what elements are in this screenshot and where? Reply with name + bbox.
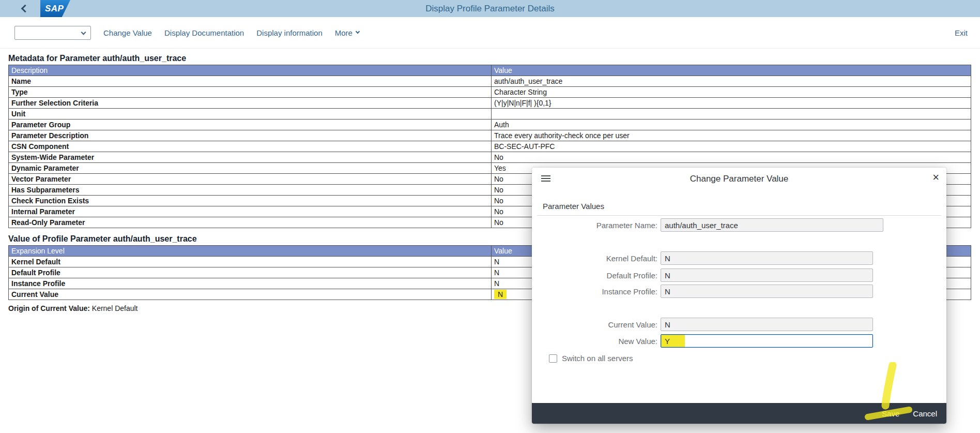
metadata-section-title: Metadata for Parameter auth/auth_user_tr… — [8, 54, 971, 63]
parameter-name-row: Parameter Name: — [532, 218, 946, 232]
parameter-name-label: Parameter Name: — [532, 221, 657, 230]
table-header-row: Description Value — [9, 65, 971, 76]
row-label-cell: Name — [9, 76, 492, 87]
section-divider — [537, 215, 941, 216]
new-value-label: New Value: — [532, 337, 657, 346]
exit-button[interactable]: Exit — [955, 28, 968, 37]
row-value-cell: Auth — [492, 120, 971, 130]
sap-logo: SAP — [40, 0, 70, 17]
row-label-cell: Internal Parameter — [9, 206, 492, 217]
close-icon[interactable]: × — [932, 172, 939, 183]
column-header-description: Description — [9, 65, 492, 76]
kernel-default-label: Kernel Default: — [532, 254, 657, 263]
row-value-cell: No — [492, 152, 971, 163]
table-row: TypeCharacter String — [9, 87, 971, 98]
table-row: Nameauth/auth_user_trace — [9, 76, 971, 87]
table-row: Parameter GroupAuth — [9, 120, 971, 130]
row-label-cell: Read-Only Parameter — [9, 217, 492, 228]
chevron-down-icon — [81, 29, 86, 35]
row-label-cell: Parameter Description — [9, 130, 492, 141]
default-profile-field — [661, 268, 873, 282]
origin-value: Kernel Default — [92, 304, 138, 312]
row-label-cell: Vector Parameter — [9, 174, 492, 185]
table-row: Further Selection Criteria(Y|y|N|n|F|f| … — [9, 98, 971, 109]
new-value-row: New Value: — [532, 334, 946, 348]
table-row: Unit — [9, 109, 971, 120]
dialog-footer: Save Cancel — [532, 403, 946, 424]
default-profile-row: Default Profile: — [532, 268, 946, 282]
row-label-cell: Has Subparameters — [9, 185, 492, 196]
row-value-cell — [492, 109, 971, 120]
chevron-down-icon — [356, 29, 360, 34]
row-label-cell: CSN Component — [9, 141, 492, 152]
table-row: System-Wide ParameterNo — [9, 152, 971, 163]
app-header: SAP Display Profile Parameter Details — [0, 0, 980, 17]
display-information-button[interactable]: Display information — [256, 28, 323, 37]
current-value-label: Current Value: — [532, 320, 657, 329]
parameter-values-section-title: Parameter Values — [543, 202, 604, 211]
row-value-cell: (Y|y|N|n|F|f| ){0,1} — [492, 98, 971, 109]
current-value-field — [661, 318, 873, 331]
dialog-title: Change Parameter Value — [532, 168, 946, 190]
kernel-default-row: Kernel Default: — [532, 251, 946, 265]
row-label-cell: Type — [9, 87, 492, 98]
origin-label: Origin of Current Value: — [8, 304, 90, 312]
row-label-cell: Current Value — [9, 289, 492, 300]
row-label-cell: Check Function Exists — [9, 196, 492, 206]
instance-profile-row: Instance Profile: — [532, 285, 946, 298]
kernel-default-field — [661, 251, 873, 265]
row-label-cell: Dynamic Parameter — [9, 163, 492, 174]
row-label-cell: Instance Profile — [9, 278, 492, 289]
default-profile-label: Default Profile: — [532, 271, 657, 280]
switch-all-servers-label: Switch on all servers — [562, 354, 633, 363]
row-value-cell: Character String — [492, 87, 971, 98]
row-value-cell: Trace every authority-check once per use… — [492, 130, 971, 141]
cancel-button[interactable]: Cancel — [913, 409, 937, 418]
table-row: Parameter DescriptionTrace every authori… — [9, 130, 971, 141]
page-title: Display Profile Parameter Details — [425, 0, 554, 17]
column-header-value: Value — [492, 65, 971, 76]
current-value-row: Current Value: — [532, 318, 946, 331]
instance-profile-label: Instance Profile: — [532, 287, 657, 296]
change-value-button[interactable]: Change Value — [103, 28, 152, 37]
row-value-cell: BC-SEC-AUT-PFC — [492, 141, 971, 152]
switch-all-servers-checkbox[interactable] — [549, 354, 557, 363]
layout-dropdown[interactable] — [14, 26, 91, 40]
instance-profile-field — [661, 285, 873, 298]
switch-all-servers-row: Switch on all servers — [549, 354, 633, 363]
more-button-label: More — [335, 28, 353, 37]
row-label-cell: Unit — [9, 109, 492, 120]
parameter-name-field — [661, 218, 883, 232]
back-button[interactable] — [19, 4, 32, 14]
chevron-left-icon — [21, 5, 29, 13]
current-value-highlight: N — [494, 290, 507, 299]
table-row: CSN ComponentBC-SEC-AUT-PFC — [9, 141, 971, 152]
save-button[interactable]: Save — [882, 409, 899, 418]
row-label-cell: Further Selection Criteria — [9, 98, 492, 109]
new-value-input[interactable] — [661, 334, 873, 348]
row-label-cell: System-Wide Parameter — [9, 152, 492, 163]
row-label-cell: Default Profile — [9, 267, 492, 278]
display-documentation-button[interactable]: Display Documentation — [164, 28, 244, 37]
row-label-cell: Parameter Group — [9, 120, 492, 130]
row-label-cell: Kernel Default — [9, 257, 492, 267]
column-header-expansion-level: Expansion Level — [9, 246, 492, 257]
change-parameter-value-dialog: Change Parameter Value × Parameter Value… — [532, 168, 946, 424]
more-button[interactable]: More — [335, 28, 359, 37]
toolbar: Change Value Display Documentation Displ… — [0, 17, 980, 49]
row-value-cell: auth/auth_user_trace — [492, 76, 971, 87]
